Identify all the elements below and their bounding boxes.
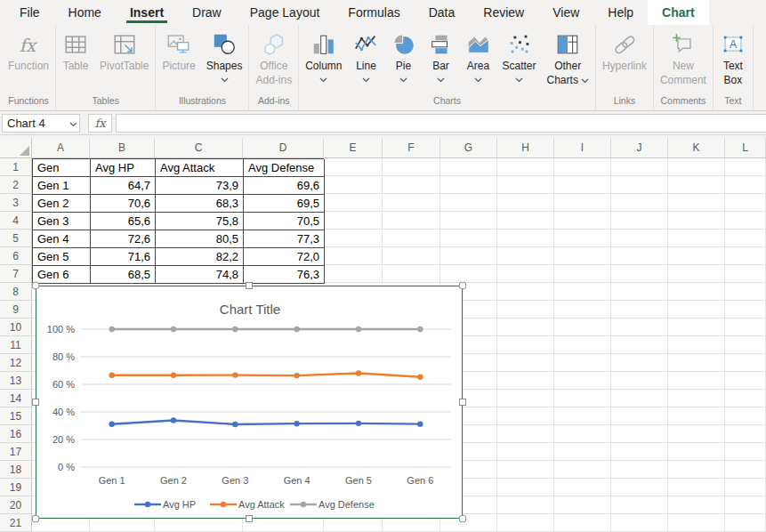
table-cell[interactable]: 70,6	[91, 195, 156, 213]
tab-insert[interactable]: Insert	[116, 0, 178, 25]
data-point[interactable]	[171, 326, 176, 332]
chart-title[interactable]: Chart Title	[220, 302, 280, 317]
table-header-cell[interactable]: Avg HP	[91, 159, 156, 177]
data-point[interactable]	[417, 326, 423, 332]
tab-chart[interactable]: Chart	[648, 0, 709, 25]
row-header-20[interactable]: 20	[0, 496, 32, 514]
row-header-1[interactable]: 1	[0, 158, 32, 176]
column-header-k[interactable]: K	[668, 138, 725, 158]
series-avg-attack[interactable]	[112, 373, 421, 376]
row-header-3[interactable]: 3	[0, 194, 32, 212]
legend-label[interactable]: Avg Attack	[238, 499, 285, 510]
data-point[interactable]	[417, 421, 423, 426]
row-header-18[interactable]: 18	[0, 461, 32, 479]
data-point[interactable]	[171, 417, 176, 423]
row-header-7[interactable]: 7	[0, 265, 32, 283]
table-cell[interactable]: Gen 2	[33, 195, 91, 213]
table-cell[interactable]: 72,6	[91, 230, 156, 248]
column-header-d[interactable]: D	[243, 138, 324, 158]
data-point[interactable]	[109, 422, 114, 427]
row-header-14[interactable]: 14	[0, 390, 32, 407]
data-point[interactable]	[294, 373, 299, 378]
data-point[interactable]	[356, 326, 361, 332]
selection-handle[interactable]	[246, 282, 253, 289]
data-point[interactable]	[417, 375, 423, 380]
data-point[interactable]	[356, 421, 361, 426]
table-cell[interactable]: Gen 5	[33, 248, 91, 266]
column-header-c[interactable]: C	[155, 138, 243, 158]
row-header-16[interactable]: 16	[0, 425, 32, 443]
selection-handle[interactable]	[246, 515, 253, 522]
column-header-l[interactable]: L	[725, 138, 766, 158]
table-cell[interactable]: Gen 1	[33, 177, 91, 195]
data-point[interactable]	[294, 326, 299, 332]
shapes-button[interactable]: Shapes	[201, 30, 248, 84]
table-cell[interactable]: 70,5	[244, 213, 325, 230]
selection-handle[interactable]	[32, 282, 40, 290]
table-cell[interactable]: Gen 3	[33, 213, 91, 230]
selection-handle[interactable]	[459, 399, 466, 406]
tab-file[interactable]: File	[5, 0, 54, 25]
table-header-cell[interactable]: Gen	[33, 159, 91, 177]
column-header-e[interactable]: E	[324, 138, 383, 158]
data-point[interactable]	[109, 326, 114, 332]
row-header-21[interactable]: 21	[0, 514, 32, 532]
other-charts-button[interactable]: Other Charts	[542, 30, 594, 88]
column-header-j[interactable]: J	[611, 138, 668, 158]
table-cell[interactable]: 64,7	[91, 177, 156, 195]
table-cell[interactable]: 69,6	[244, 177, 325, 195]
row-header-4[interactable]: 4	[0, 212, 32, 230]
table-cell[interactable]: Gen 6	[33, 266, 91, 284]
row-header-10[interactable]: 10	[0, 318, 32, 336]
data-point[interactable]	[232, 326, 238, 332]
line-button[interactable]: Line	[348, 30, 385, 84]
tab-review[interactable]: Review	[469, 0, 538, 25]
name-box[interactable]: Chart 4	[2, 114, 80, 133]
row-header-15[interactable]: 15	[0, 407, 32, 425]
embedded-chart[interactable]: Chart Title0 %20 %40 %60 %80 %100 %Gen 1…	[36, 286, 463, 519]
data-point[interactable]	[356, 370, 361, 375]
data-point[interactable]	[232, 372, 238, 377]
tab-view[interactable]: View	[538, 0, 593, 25]
table-cell[interactable]: 72,0	[244, 248, 325, 266]
table-cell[interactable]: 65,6	[91, 213, 156, 230]
table-cell[interactable]: 80,5	[156, 230, 244, 248]
column-header-f[interactable]: F	[383, 138, 440, 158]
bar-button[interactable]: Bar	[423, 30, 460, 84]
selection-handle[interactable]	[459, 282, 467, 290]
row-header-8[interactable]: 8	[0, 283, 32, 301]
column-header-h[interactable]: H	[497, 138, 554, 158]
table-cell[interactable]: 71,6	[91, 248, 156, 266]
row-header-11[interactable]: 11	[0, 336, 32, 354]
table-cell[interactable]: 69,5	[244, 195, 325, 213]
tab-data[interactable]: Data	[415, 0, 470, 25]
row-header-2[interactable]: 2	[0, 176, 32, 194]
column-button[interactable]: Column	[300, 30, 347, 84]
data-point[interactable]	[232, 422, 238, 427]
select-all-button[interactable]	[0, 138, 32, 158]
row-header-9[interactable]: 9	[0, 301, 32, 318]
tab-draw[interactable]: Draw	[178, 0, 236, 25]
row-header-13[interactable]: 13	[0, 372, 32, 390]
row-header-6[interactable]: 6	[0, 247, 32, 265]
table-cell[interactable]: 68,3	[156, 195, 244, 213]
row-header-17[interactable]: 17	[0, 443, 32, 461]
table-cell[interactable]: 77,3	[244, 230, 325, 248]
area-button[interactable]: Area	[460, 30, 497, 84]
tab-home[interactable]: Home	[54, 0, 116, 25]
table-header-cell[interactable]: Avg Attack	[156, 159, 244, 177]
row-header-12[interactable]: 12	[0, 354, 32, 372]
table-header-cell[interactable]: Avg Defense	[244, 159, 325, 177]
pie-button[interactable]: Pie	[385, 30, 423, 84]
table-cell[interactable]: 82,2	[156, 248, 244, 266]
column-header-g[interactable]: G	[440, 138, 497, 158]
insert-function-button[interactable]: fx	[88, 114, 112, 133]
scatter-button[interactable]: Scatter	[497, 30, 542, 84]
table-cell[interactable]: 76,3	[244, 266, 325, 284]
table-cell[interactable]: 75,8	[156, 213, 244, 230]
selection-handle[interactable]	[459, 515, 467, 523]
data-point[interactable]	[171, 373, 176, 378]
tab-help[interactable]: Help	[593, 0, 648, 25]
series-avg-hp[interactable]	[112, 420, 421, 423]
data-point[interactable]	[294, 421, 299, 426]
